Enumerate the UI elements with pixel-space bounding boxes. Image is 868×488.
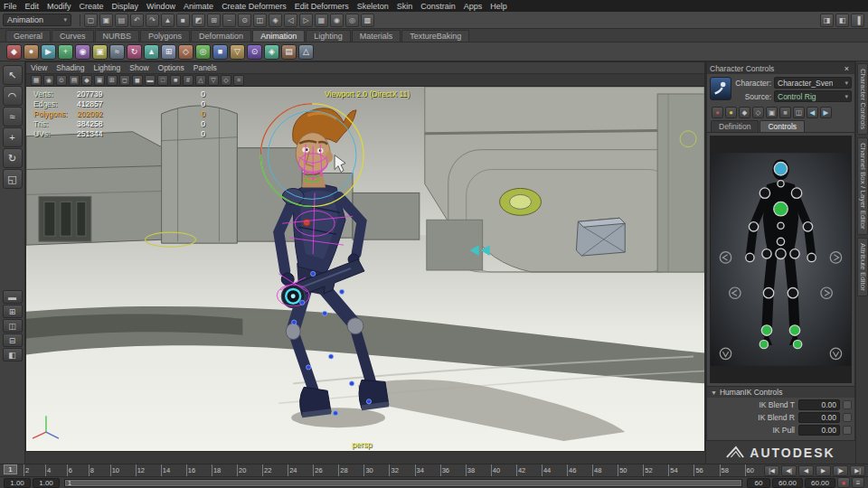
shelf-tab[interactable]: Deformation bbox=[191, 30, 251, 42]
select-tool-icon[interactable]: ↖ bbox=[3, 65, 23, 85]
film-gate-icon[interactable]: ▬ bbox=[145, 75, 156, 86]
numeric-input[interactable]: 0.00 bbox=[798, 399, 840, 410]
side-tab[interactable]: Channel Box / Layer Editor bbox=[857, 137, 868, 235]
undo-icon[interactable]: ↶ bbox=[130, 14, 144, 27]
menu-item[interactable]: Edit bbox=[25, 2, 40, 11]
tool-settings-toggle-icon[interactable]: ◧ bbox=[835, 14, 849, 27]
shelf-tab[interactable]: Polygons bbox=[140, 30, 190, 42]
menu-item[interactable]: Help bbox=[490, 2, 507, 11]
shelf-tab[interactable]: TextureBaking bbox=[401, 30, 469, 42]
scale-tool-icon[interactable]: ◱ bbox=[3, 169, 23, 189]
source-dropdown[interactable]: Control Rig ▾ bbox=[774, 90, 852, 102]
set-breakdown-icon[interactable]: ● bbox=[24, 44, 39, 60]
current-frame-marker[interactable]: 1 bbox=[4, 465, 17, 474]
character-dropdown[interactable]: Character_Sven ▾ bbox=[774, 77, 852, 89]
numeric-input[interactable]: 0.00 bbox=[798, 412, 840, 423]
nonlinear-bend-icon[interactable]: ◎ bbox=[195, 44, 211, 60]
paint-select-tool-icon[interactable]: ≈ bbox=[3, 107, 23, 127]
shelf-tab[interactable]: Materials bbox=[352, 30, 401, 42]
panel-grid-icon[interactable]: ▦ bbox=[31, 75, 42, 86]
shelf-tab[interactable]: General bbox=[5, 30, 51, 42]
viewport-canvas[interactable] bbox=[26, 87, 704, 451]
nonlinear-twist-icon[interactable]: ◈ bbox=[264, 44, 279, 60]
play-forwards-button[interactable]: ▶ bbox=[816, 465, 831, 476]
menu-item[interactable]: Skeleton bbox=[357, 2, 389, 11]
key-full-body-icon[interactable]: ● bbox=[712, 107, 723, 118]
shelf-tab[interactable]: Curves bbox=[52, 30, 94, 42]
next-key-button[interactable]: |▶ bbox=[833, 465, 848, 476]
previous-key-button[interactable]: ◀| bbox=[781, 465, 797, 476]
menu-item[interactable]: Create bbox=[80, 2, 104, 11]
menu-item[interactable]: Skin bbox=[397, 2, 413, 11]
isolate-select-icon[interactable]: ◇ bbox=[221, 75, 231, 86]
nonlinear-flare-icon[interactable]: ■ bbox=[212, 44, 228, 60]
viewport-menu-item[interactable]: Panels bbox=[193, 63, 217, 72]
frame-selected-icon[interactable]: ◼ bbox=[132, 75, 143, 86]
set-key-icon[interactable]: ◆ bbox=[6, 44, 22, 60]
menu-item[interactable]: Edit Deformers bbox=[295, 2, 349, 11]
field-options-icon[interactable] bbox=[843, 426, 852, 435]
cc-tab[interactable]: Controls bbox=[760, 120, 805, 132]
select-component-icon[interactable]: ◩ bbox=[192, 14, 205, 27]
save-scene-icon[interactable]: ▤ bbox=[115, 14, 128, 27]
snap-to-plane-icon[interactable]: ◫ bbox=[253, 14, 267, 27]
create-clip-icon[interactable]: ≈ bbox=[109, 44, 125, 60]
timeline-ruler[interactable]: 2468101214161820222426283032343638404244… bbox=[0, 465, 761, 476]
viewport-menu-item[interactable]: Shading bbox=[56, 63, 84, 72]
menu-item[interactable]: File bbox=[4, 2, 17, 11]
channel-box-toggle-icon[interactable]: ▐ bbox=[851, 14, 864, 27]
cc-tab[interactable]: Definition bbox=[711, 120, 759, 132]
auto-keyframe-toggle[interactable]: ● bbox=[837, 477, 850, 488]
create-pose-icon[interactable]: ↻ bbox=[127, 44, 142, 60]
redo-icon[interactable]: ↷ bbox=[146, 14, 159, 27]
animation-preferences-button[interactable]: ≡ bbox=[852, 477, 864, 488]
key-body-part-icon[interactable]: ● bbox=[725, 107, 737, 118]
move-tool-icon[interactable]: + bbox=[3, 127, 23, 147]
playback-start-field[interactable]: 1.00 bbox=[33, 478, 60, 488]
outliner-persp-layout-icon[interactable]: ◧ bbox=[3, 348, 23, 361]
scene-view[interactable]: Verts: 207739 0 Edges: 412857 0 Polygons… bbox=[26, 87, 704, 451]
viewport-menu-item[interactable]: Lighting bbox=[93, 63, 120, 72]
field-chart-icon[interactable]: # bbox=[183, 75, 193, 86]
playback-end-field[interactable]: 60 bbox=[747, 478, 770, 488]
menu-item[interactable]: Create Deformers bbox=[222, 2, 287, 11]
go-to-start-button[interactable]: |◀ bbox=[764, 465, 779, 476]
character-thumbnail-icon[interactable] bbox=[710, 77, 731, 100]
close-icon[interactable]: × bbox=[842, 64, 852, 73]
safe-action-icon[interactable]: △ bbox=[195, 75, 206, 86]
select-hierarchy-icon[interactable]: ▲ bbox=[161, 14, 175, 27]
viewport-menu-item[interactable]: Options bbox=[158, 63, 184, 72]
output-connections-icon[interactable]: ▷ bbox=[299, 14, 313, 27]
menu-item[interactable]: Display bbox=[112, 2, 139, 11]
motion-trail-icon[interactable]: + bbox=[58, 44, 73, 60]
viewport-menu-item[interactable]: View bbox=[31, 63, 47, 72]
character-rig-view[interactable] bbox=[710, 136, 852, 383]
snap-to-point-icon[interactable]: ⊙ bbox=[238, 14, 251, 27]
camera-attributes-icon[interactable]: ▤ bbox=[69, 75, 80, 86]
select-object-icon[interactable]: ■ bbox=[176, 14, 190, 27]
humanik-section-header[interactable]: ▼ HumanIK Controls bbox=[707, 386, 854, 398]
menu-set-selector[interactable]: Animation ▾ bbox=[3, 14, 71, 26]
lock-icon[interactable]: ■ bbox=[779, 107, 791, 118]
ipr-render-icon[interactable]: ◎ bbox=[345, 14, 359, 27]
next-key-icon[interactable]: ▶ bbox=[820, 107, 832, 118]
play-backwards-button[interactable]: ◀ bbox=[798, 465, 814, 476]
two-d-pan-zoom-icon[interactable]: ⊞ bbox=[107, 75, 118, 86]
unghost-icon[interactable]: ▣ bbox=[92, 44, 108, 60]
viewport-menu-item[interactable]: Show bbox=[129, 63, 148, 72]
go-to-end-button[interactable]: ▶| bbox=[850, 465, 865, 476]
snap-to-curve-icon[interactable]: ~ bbox=[222, 14, 236, 27]
shelf-tab[interactable]: Animation bbox=[252, 30, 305, 42]
frame-all-icon[interactable]: ◻ bbox=[119, 75, 130, 86]
lasso-tool-icon[interactable]: ◠ bbox=[3, 86, 23, 106]
menu-item[interactable]: Window bbox=[146, 2, 175, 11]
anim-end-field[interactable]: 60.00 bbox=[772, 478, 803, 488]
single-pane-layout-icon[interactable]: ▬ bbox=[3, 290, 23, 304]
grease-pencil-icon[interactable]: ≡ bbox=[233, 75, 244, 86]
numeric-input[interactable]: 0.00 bbox=[798, 425, 840, 436]
menu-item[interactable]: Apps bbox=[464, 2, 483, 11]
construction-history-icon[interactable]: ▦ bbox=[315, 14, 328, 27]
camera-select-icon[interactable]: ◉ bbox=[43, 75, 54, 86]
safe-title-icon[interactable]: ▽ bbox=[208, 75, 219, 86]
side-tab[interactable]: Character Controls bbox=[857, 63, 868, 135]
